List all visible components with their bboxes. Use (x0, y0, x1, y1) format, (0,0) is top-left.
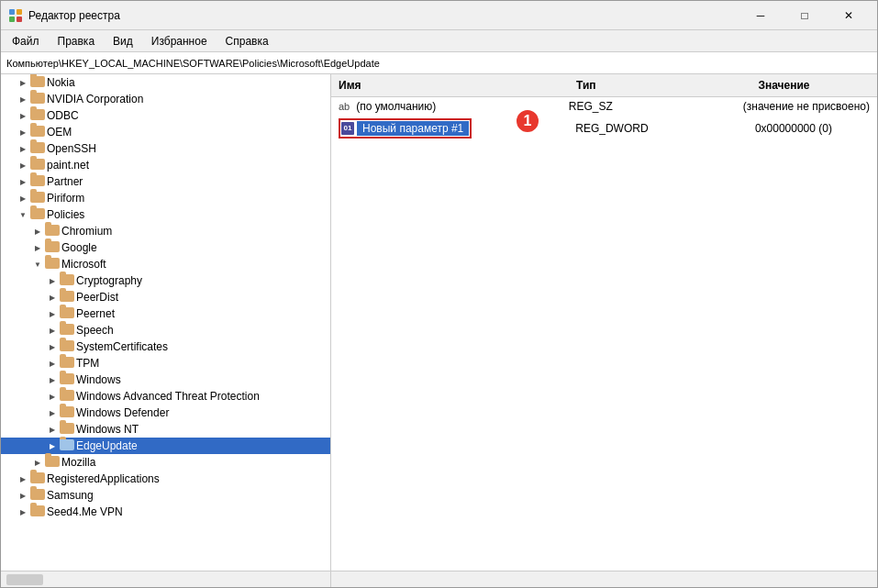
expander-peerdist[interactable]: ▶ (45, 290, 60, 305)
col-name[interactable]: Имя (331, 77, 569, 94)
folder-icon-windowsdefender (60, 406, 74, 419)
expander-windows[interactable]: ▶ (45, 372, 60, 387)
folder-icon-odbc (30, 109, 45, 122)
menu-view[interactable]: Вид (106, 33, 140, 50)
folder-icon-systemcerts (60, 340, 74, 353)
tree-item-windowsnt[interactable]: ▶ Windows NT (1, 421, 330, 438)
tree-item-nvidia[interactable]: ▶ NVIDIA Corporation (1, 91, 330, 107)
detail-header: Имя Тип Значение (331, 74, 877, 97)
tree-item-paintnet[interactable]: ▶ paint.net (1, 157, 330, 173)
tree-item-chromium[interactable]: ▶ Chromium (1, 223, 330, 239)
folder-icon-edgeupdate (60, 439, 74, 452)
tree-item-tpm[interactable]: ▶ TPM (1, 355, 330, 372)
default-name-label: (по умолчанию) (356, 100, 436, 113)
detail-row-new-param[interactable]: 01 Новый параметр #1 1 REG_DWORD 0x00000… (331, 116, 877, 141)
label-mozilla: Mozilla (61, 456, 95, 469)
menu-help[interactable]: Справка (218, 33, 276, 50)
expander-windowsdefender[interactable]: ▶ (45, 405, 60, 420)
scrollbar-right[interactable] (331, 571, 877, 587)
label-windowsdefender: Windows Defender (76, 406, 169, 419)
expander-tpm[interactable]: ▶ (45, 356, 60, 371)
tree-item-piriform[interactable]: ▶ Piriform (1, 190, 330, 206)
expander-nokia[interactable]: ▶ (16, 75, 30, 90)
tree-item-mozilla[interactable]: ▶ Mozilla (1, 454, 330, 471)
tree-item-windows[interactable]: ▶ Windows (1, 372, 330, 388)
label-openssh: OpenSSH (47, 142, 96, 155)
label-oem: OEM (47, 126, 72, 139)
expander-windowsnt[interactable]: ▶ (45, 422, 60, 437)
scrollbar-left[interactable] (1, 571, 331, 587)
tree-item-registeredapps[interactable]: ▶ RegisteredApplications (1, 471, 330, 487)
new-param-editing-text[interactable]: Новый параметр #1 (357, 121, 469, 136)
expander-edgeupdate[interactable]: ▶ (45, 438, 60, 453)
title-bar: Редактор реестра ─ □ ✕ (1, 1, 877, 30)
detail-row-default[interactable]: ab (по умолчанию) REG_SZ (значение не пр… (331, 97, 877, 116)
tree-item-windowsatp[interactable]: ▶ Windows Advanced Threat Protection (1, 388, 330, 405)
expander-registeredapps[interactable]: ▶ (16, 472, 30, 486)
folder-icon-samsung (30, 489, 45, 502)
col-type[interactable]: Тип (569, 77, 750, 94)
tree-item-peerdist[interactable]: ▶ PeerDist (1, 289, 330, 305)
tree-item-cryptography[interactable]: ▶ Cryptography (1, 272, 330, 289)
expander-paintnet[interactable]: ▶ (16, 158, 30, 172)
menu-file[interactable]: Файл (5, 33, 47, 50)
tree-item-openssh[interactable]: ▶ OpenSSH (1, 140, 330, 157)
svg-rect-3 (17, 17, 22, 22)
tree-item-seed4me[interactable]: ▶ Seed4.Me VPN (1, 504, 330, 520)
folder-icon-mozilla (45, 456, 60, 469)
expander-speech[interactable]: ▶ (45, 323, 60, 338)
label-nokia: Nokia (47, 76, 75, 89)
label-windows: Windows (76, 373, 121, 386)
expander-policies[interactable]: ▼ (16, 207, 30, 222)
tree-item-odbc[interactable]: ▶ ODBC (1, 107, 330, 124)
minimize-button[interactable]: ─ (739, 2, 782, 29)
label-peerdist: PeerDist (76, 291, 118, 304)
tree-item-partner[interactable]: ▶ Partner (1, 173, 330, 190)
expander-samsung[interactable]: ▶ (16, 488, 30, 503)
badge-label: 1 (524, 113, 532, 129)
expander-oem[interactable]: ▶ (16, 125, 30, 139)
expander-partner[interactable]: ▶ (16, 174, 30, 189)
expander-odbc[interactable]: ▶ (16, 108, 30, 123)
label-cryptography: Cryptography (76, 274, 142, 287)
folder-icon-google (45, 241, 60, 254)
expander-microsoft[interactable]: ▼ (30, 257, 45, 272)
close-button[interactable]: ✕ (828, 2, 870, 29)
tree-item-policies[interactable]: ▼ Policies (1, 206, 330, 223)
expander-mozilla[interactable]: ▶ (30, 455, 45, 470)
tree-item-oem[interactable]: ▶ OEM (1, 124, 330, 140)
expander-chromium[interactable]: ▶ (30, 224, 45, 239)
scrollbar-thumb-left[interactable] (6, 574, 43, 585)
col-value[interactable]: Значение (750, 77, 877, 94)
expander-nvidia[interactable]: ▶ (16, 92, 30, 106)
tree-item-speech[interactable]: ▶ Speech (1, 322, 330, 338)
tree-item-windowsdefender[interactable]: ▶ Windows Defender (1, 405, 330, 421)
tree-item-systemcerts[interactable]: ▶ SystemCertificates (1, 338, 330, 355)
maximize-button[interactable]: □ (784, 2, 826, 29)
tree-item-google[interactable]: ▶ Google (1, 239, 330, 256)
folder-icon-paintnet (30, 159, 45, 172)
expander-peernet[interactable]: ▶ (45, 306, 60, 321)
tree-item-nokia[interactable]: ▶ Nokia (1, 74, 330, 91)
menu-edit[interactable]: Правка (50, 33, 103, 50)
expander-google[interactable]: ▶ (30, 240, 45, 255)
svg-rect-2 (9, 17, 15, 22)
tree-item-edgeupdate[interactable]: ▶ EdgeUpdate (1, 438, 330, 454)
expander-piriform[interactable]: ▶ (16, 191, 30, 205)
tree-panel[interactable]: ▶ Nokia ▶ NVIDIA Corporation ▶ ODBC ▶ OE… (1, 74, 331, 571)
expander-seed4me[interactable]: ▶ (16, 505, 30, 519)
folder-icon-nvidia (30, 93, 45, 105)
detail-panel: Имя Тип Значение ab (по умолчанию) REG_S… (331, 74, 877, 571)
address-path: Компьютер\HKEY_LOCAL_MACHINE\SOFTWARE\Po… (6, 58, 380, 69)
label-chromium: Chromium (61, 225, 112, 238)
tree-item-samsung[interactable]: ▶ Samsung (1, 487, 330, 504)
folder-icon-windowsatp (60, 390, 74, 403)
tree-item-peernet[interactable]: ▶ Peernet (1, 305, 330, 322)
cell-name-new-param: 01 Новый параметр #1 1 (335, 117, 572, 139)
menu-favorites[interactable]: Избранное (144, 33, 215, 50)
expander-systemcerts[interactable]: ▶ (45, 339, 60, 354)
expander-cryptography[interactable]: ▶ (45, 273, 60, 288)
expander-windowsatp[interactable]: ▶ (45, 389, 60, 404)
tree-item-microsoft[interactable]: ▼ Microsoft (1, 256, 330, 272)
expander-openssh[interactable]: ▶ (16, 141, 30, 156)
